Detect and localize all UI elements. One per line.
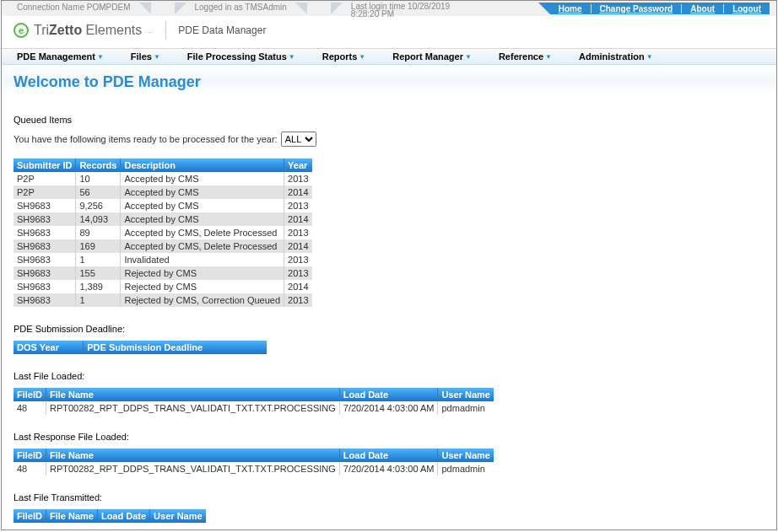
table-row: P2P10Accepted by CMS2013: [14, 172, 312, 185]
menu-reference[interactable]: Reference▼: [499, 51, 552, 62]
table-cell: Invalidated: [121, 253, 284, 266]
logout-link[interactable]: Logout: [724, 4, 770, 13]
table-cell: Rejected by CMS: [121, 266, 284, 280]
table-row: SH9683169Accepted by CMS, Delete Process…: [14, 239, 312, 253]
table-cell: Accepted by CMS: [121, 212, 284, 226]
column-header: User Name: [438, 388, 494, 401]
table-cell: Rejected by CMS, Correction Queued: [121, 293, 284, 307]
table-cell: 2014: [284, 185, 312, 199]
table-row: SH9683155Rejected by CMS2013: [14, 266, 312, 280]
column-header: File Name: [46, 509, 97, 523]
queued-intro: You have the following items ready to be…: [14, 134, 278, 144]
table-cell: 2014: [284, 280, 312, 293]
table-cell: 56: [76, 185, 121, 199]
table-row: SH96831Invalidated2013: [14, 253, 312, 266]
table-cell: Accepted by CMS, Delete Processed: [121, 239, 284, 253]
brand-dots: ∙∙∙: [142, 28, 154, 36]
deadline-heading: PDE Submission Deadline:: [14, 324, 764, 334]
table-cell: 2013: [284, 226, 312, 239]
table-cell: RPT00282_RPT_DDPS_TRANS_VALIDATI_TXT.TXT…: [46, 462, 339, 476]
table-cell: SH9683: [14, 293, 76, 307]
about-link[interactable]: About: [682, 4, 724, 13]
table-cell: 2013: [284, 293, 312, 307]
table-cell: pdmadmin: [438, 462, 494, 476]
table-cell: RPT00282_RPT_DDPS_TRANS_VALIDATI_TXT.TXT…: [46, 401, 339, 415]
table-cell: 9,256: [76, 199, 121, 212]
table-cell: SH9683: [14, 239, 76, 253]
brand-logo: e TriZetto Elements ∙∙∙: [14, 23, 154, 38]
menu-label: File Processing Status: [187, 51, 287, 62]
column-header: Load Date: [97, 509, 149, 523]
menu-administration[interactable]: Administration▼: [579, 51, 653, 62]
chevron-down-icon: ▼: [465, 53, 472, 61]
last-loaded-table: FileIDFile NameLoad DateUser Name48RPT00…: [14, 388, 494, 415]
logo-divider: [165, 21, 166, 40]
table-row: SH96831,389Rejected by CMS2014: [14, 280, 312, 293]
column-header: Submitter ID: [14, 159, 76, 172]
menu-reports[interactable]: Reports▼: [322, 51, 365, 62]
queued-items-table: Submitter IDRecordsDescriptionYearP2P10A…: [14, 159, 312, 307]
table-cell: 48: [14, 401, 46, 415]
table-cell: 2014: [284, 239, 312, 253]
table-row: P2P56Accepted by CMS2014: [14, 185, 312, 199]
table-cell: SH9683: [14, 280, 76, 293]
column-header: FileID: [14, 509, 46, 523]
content-area: Queued Items You have the following item…: [2, 93, 776, 530]
chevron-down-icon: ▼: [359, 53, 365, 61]
table-cell: Accepted by CMS, Delete Processed: [121, 226, 284, 239]
last-response-heading: Last Response File Loaded:: [14, 432, 764, 442]
chevron-down-icon: ▼: [154, 53, 160, 61]
logo-row: e TriZetto Elements ∙∙∙ PDE Data Manager: [2, 16, 776, 48]
table-cell: Rejected by CMS: [121, 280, 284, 293]
table-cell: SH9683: [14, 253, 76, 266]
table-cell: SH9683: [14, 212, 76, 226]
brand-prefix: Tri: [34, 23, 49, 37]
table-cell: Accepted by CMS: [121, 185, 284, 199]
column-header: File Name: [46, 388, 339, 401]
last-login-time: Last login time 10/28/2019 8:28:20 PM: [343, 3, 478, 18]
chevron-down-icon: ▼: [545, 53, 552, 61]
column-header: Records: [76, 159, 121, 172]
column-header: Description: [121, 159, 284, 172]
table-cell: 7/20/2014 4:03:00 AM: [339, 462, 438, 476]
brand-bold: Zetto: [49, 23, 82, 37]
column-header: File Name: [46, 449, 339, 462]
wedge-decor: [139, 3, 151, 14]
table-cell: 2014: [284, 212, 312, 226]
table-cell: pdmadmin: [438, 401, 494, 415]
change-password-link[interactable]: Change Password: [592, 4, 683, 13]
table-row: SH968389Accepted by CMS, Delete Processe…: [14, 226, 312, 239]
year-select[interactable]: ALL: [281, 132, 316, 147]
last-transmitted-table: FileIDFile NameLoad DateUser Name: [14, 509, 206, 523]
menu-pde-management[interactable]: PDE Management▼: [17, 51, 104, 62]
last-loaded-heading: Last File Loaded:: [14, 371, 764, 381]
menu-file-processing-status[interactable]: File Processing Status▼: [187, 51, 295, 62]
table-cell: 2013: [284, 266, 312, 280]
column-header: Year: [284, 159, 312, 172]
column-header: User Name: [150, 509, 206, 523]
deadline-table: DOS YearPDE Submission Deadline: [14, 341, 267, 354]
table-cell: 155: [76, 266, 121, 280]
table-cell: SH9683: [14, 266, 76, 280]
table-cell: 2013: [284, 253, 312, 266]
table-row: SH968314,093Accepted by CMS2014: [14, 212, 312, 226]
app-title: PDE Data Manager: [178, 24, 266, 36]
home-link[interactable]: Home: [550, 4, 592, 13]
table-cell: 2013: [284, 199, 312, 212]
menu-files[interactable]: Files▼: [131, 51, 160, 62]
column-header: User Name: [438, 449, 494, 462]
menu-report-manager[interactable]: Report Manager▼: [392, 51, 472, 62]
table-cell: SH9683: [14, 199, 76, 212]
table-cell: 10: [76, 172, 121, 185]
chevron-down-icon: ▼: [97, 53, 104, 61]
connection-name: Connection Name POMPDEM: [8, 3, 139, 12]
chevron-down-icon: ▼: [289, 53, 295, 61]
logged-in-user: Logged in as TMSAdmin: [186, 3, 295, 12]
column-header: DOS Year: [14, 341, 84, 354]
table-cell: SH9683: [14, 226, 76, 239]
page-title: Welcome to PDE Manager: [2, 65, 776, 93]
table-cell: 89: [76, 226, 121, 239]
year-filter-line: You have the following items ready to be…: [14, 132, 764, 147]
main-menu: PDE Management▼Files▼File Processing Sta…: [2, 48, 776, 65]
table-row: SH96831Rejected by CMS, Correction Queue…: [14, 293, 312, 307]
